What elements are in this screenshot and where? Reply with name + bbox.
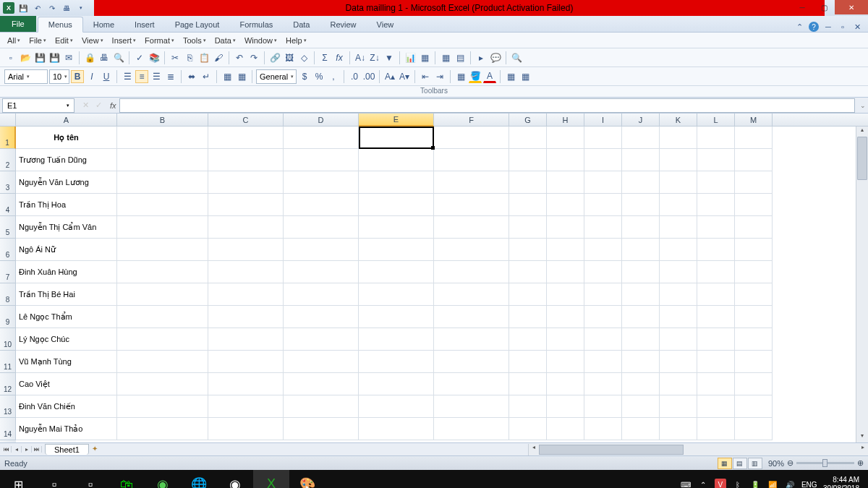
macro-icon[interactable]: ▸ xyxy=(475,51,488,64)
cell-C4[interactable] xyxy=(208,194,284,216)
cell-J8[interactable] xyxy=(622,283,660,306)
cell-I12[interactable] xyxy=(584,373,622,395)
redo-icon[interactable]: ↷ xyxy=(46,2,58,14)
cell-E7[interactable] xyxy=(359,261,434,283)
cell-L3[interactable] xyxy=(697,171,735,194)
cell-I8[interactable] xyxy=(584,283,622,306)
col-header-H[interactable]: H xyxy=(547,114,584,126)
sheet-tab-sheet1[interactable]: Sheet1 xyxy=(45,444,89,455)
horizontal-scrollbar[interactable]: ◂ ▸ xyxy=(528,444,868,455)
cell-K1[interactable] xyxy=(660,127,697,149)
print-icon[interactable]: 🖶 xyxy=(98,51,111,64)
taskbar-clock[interactable]: 8:44 AM 30/08/2018 xyxy=(819,476,864,488)
menu-edit[interactable]: Edit▾ xyxy=(52,35,76,46)
cell-G14[interactable] xyxy=(509,418,547,440)
cell-I1[interactable] xyxy=(584,127,622,149)
permission-icon[interactable]: 🔒 xyxy=(83,51,96,64)
cells-area[interactable]: Họ tênTrương Tuấn DũngNguyễn Văn LươngTr… xyxy=(16,127,868,442)
delete-cells-icon[interactable]: ▦ xyxy=(519,70,532,83)
cell-C13[interactable] xyxy=(208,395,284,418)
cell-K9[interactable] xyxy=(660,306,697,328)
menu-insert[interactable]: Insert▾ xyxy=(109,35,140,46)
cell-M3[interactable] xyxy=(735,171,773,194)
row-header-2[interactable]: 2 xyxy=(0,149,16,171)
row-header-10[interactable]: 10 xyxy=(0,328,16,351)
cell-B3[interactable] xyxy=(117,171,208,194)
cell-L12[interactable] xyxy=(697,373,735,395)
save-icon[interactable]: 💾 xyxy=(33,51,46,64)
cell-L13[interactable] xyxy=(697,395,735,418)
qat-dropdown-icon[interactable]: ▾ xyxy=(75,2,87,14)
cell-J6[interactable] xyxy=(622,239,660,261)
tab-home[interactable]: Home xyxy=(83,17,124,32)
font-color-icon[interactable]: A xyxy=(483,70,496,83)
freeze-icon[interactable]: ▤ xyxy=(454,51,467,64)
expand-formula-icon[interactable]: ⌄ xyxy=(858,102,868,109)
row-header-3[interactable]: 3 xyxy=(0,171,16,194)
tab-page-layout[interactable]: Page Layout xyxy=(165,17,230,32)
keyboard-icon[interactable]: ⌨ xyxy=(680,481,692,489)
preview-icon[interactable]: 🔍 xyxy=(112,51,125,64)
row-header-14[interactable]: 14 xyxy=(0,418,16,440)
cell-E13[interactable] xyxy=(359,395,434,418)
cut-icon[interactable]: ✂ xyxy=(169,51,182,64)
cell-E1[interactable] xyxy=(359,127,434,149)
tab-review[interactable]: Review xyxy=(320,17,367,32)
cell-E3[interactable] xyxy=(359,171,434,194)
cell-H1[interactable] xyxy=(547,127,584,149)
language-indicator[interactable]: ENG xyxy=(801,481,813,489)
bold-button[interactable]: B xyxy=(71,70,84,83)
borders-icon[interactable]: ▦ xyxy=(454,70,467,83)
menu-file[interactable]: File▾ xyxy=(26,35,49,46)
cell-A1[interactable]: Họ tên xyxy=(16,127,117,149)
cell-J1[interactable] xyxy=(622,127,660,149)
cell-G1[interactable] xyxy=(509,127,547,149)
cell-J10[interactable] xyxy=(622,328,660,351)
maximize-button[interactable]: ▢ xyxy=(813,0,835,14)
sheet-last-icon[interactable]: ⏭ xyxy=(32,446,42,453)
spell-icon[interactable]: ✓ xyxy=(133,51,146,64)
cell-D11[interactable] xyxy=(284,351,359,373)
doc-restore-icon[interactable]: ▫ xyxy=(838,22,848,32)
cell-G10[interactable] xyxy=(509,328,547,351)
cell-B5[interactable] xyxy=(117,216,208,239)
taskbar-excel-icon[interactable]: X xyxy=(253,470,289,488)
col-header-K[interactable]: K xyxy=(660,114,697,126)
table-icon[interactable]: ▦ xyxy=(439,51,452,64)
cell-M10[interactable] xyxy=(735,328,773,351)
cell-E2[interactable] xyxy=(359,149,434,171)
merge-icon[interactable]: ⬌ xyxy=(185,70,198,83)
dec-decimal-icon[interactable]: .00 xyxy=(362,70,375,83)
menu-data[interactable]: Data▾ xyxy=(212,35,239,46)
cell-K2[interactable] xyxy=(660,149,697,171)
doc-close-icon[interactable]: ✕ xyxy=(852,22,862,32)
zoom-level[interactable]: 90% xyxy=(768,459,784,468)
taskbar-chrome-icon[interactable]: ◉ xyxy=(217,470,253,488)
cell-J2[interactable] xyxy=(622,149,660,171)
cell-E10[interactable] xyxy=(359,328,434,351)
cell-D9[interactable] xyxy=(284,306,359,328)
cell-M14[interactable] xyxy=(735,418,773,440)
cell-L5[interactable] xyxy=(697,216,735,239)
battery-icon[interactable]: 🔋 xyxy=(749,481,761,489)
cell-C7[interactable] xyxy=(208,261,284,283)
cell-E6[interactable] xyxy=(359,239,434,261)
cell-J4[interactable] xyxy=(622,194,660,216)
cell-I2[interactable] xyxy=(584,149,622,171)
scroll-up-icon[interactable]: ▴ xyxy=(856,127,868,137)
cell-E11[interactable] xyxy=(359,351,434,373)
redo-icon[interactable]: ↷ xyxy=(247,51,260,64)
cell-H11[interactable] xyxy=(547,351,584,373)
cell-E9[interactable] xyxy=(359,306,434,328)
function-icon[interactable]: fx xyxy=(333,51,346,64)
cell-I9[interactable] xyxy=(584,306,622,328)
tab-data[interactable]: Data xyxy=(283,17,320,32)
cell-B6[interactable] xyxy=(117,239,208,261)
tray-app-icon[interactable]: V xyxy=(715,479,726,488)
row-header-11[interactable]: 11 xyxy=(0,351,16,373)
font-size-combo[interactable]: 10▾ xyxy=(49,69,69,84)
taskbar-explorer-icon[interactable]: ▫ xyxy=(36,470,72,488)
cell-D5[interactable] xyxy=(284,216,359,239)
wifi-icon[interactable]: 📶 xyxy=(767,481,778,489)
sheet-next-icon[interactable]: ▸ xyxy=(22,446,32,453)
